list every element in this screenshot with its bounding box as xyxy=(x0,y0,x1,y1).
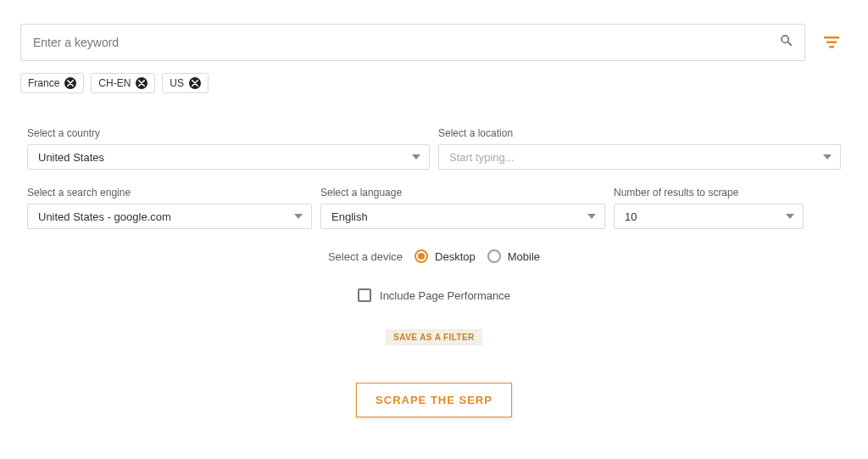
location-placeholder: Start typing... xyxy=(449,151,515,164)
language-select[interactable]: English xyxy=(320,204,605,229)
chevron-down-icon xyxy=(823,154,832,160)
chip-us[interactable]: US xyxy=(162,73,209,93)
close-icon[interactable] xyxy=(136,77,147,89)
engine-select[interactable]: United States - google.com xyxy=(27,204,312,229)
filter-icon[interactable] xyxy=(824,36,839,48)
filter-chips-row: France CH-EN US xyxy=(20,61,848,93)
language-value: English xyxy=(331,210,368,223)
device-radio-desktop[interactable]: Desktop xyxy=(415,249,476,263)
keyword-input[interactable] xyxy=(31,35,779,50)
include-performance-label: Include Page Performance xyxy=(380,289,510,302)
language-label: Select a language xyxy=(320,187,605,199)
location-label: Select a location xyxy=(438,127,841,139)
engine-value: United States - google.com xyxy=(38,210,171,223)
svg-rect-2 xyxy=(829,46,834,48)
chevron-down-icon xyxy=(786,214,794,219)
chip-label: CH-EN xyxy=(98,77,131,89)
results-select[interactable]: 10 xyxy=(614,204,804,229)
results-value: 10 xyxy=(625,210,637,223)
include-performance-checkbox[interactable]: Include Page Performance xyxy=(20,263,848,302)
chip-label: US xyxy=(170,77,184,89)
chip-france[interactable]: France xyxy=(20,73,84,93)
close-icon[interactable] xyxy=(189,77,201,89)
chevron-down-icon xyxy=(587,214,596,219)
radio-icon xyxy=(487,249,501,263)
chevron-down-icon xyxy=(294,214,303,219)
radio-label: Mobile xyxy=(508,250,540,263)
chip-ch-en[interactable]: CH-EN xyxy=(91,73,155,93)
chevron-down-icon xyxy=(412,154,420,160)
close-icon[interactable] xyxy=(64,77,76,89)
country-value: United States xyxy=(38,151,104,164)
svg-rect-0 xyxy=(824,36,839,39)
scrape-serp-button[interactable]: Scrape the SERP xyxy=(356,383,512,417)
country-label: Select a country xyxy=(27,127,430,139)
save-as-filter-button[interactable]: Save as a Filter xyxy=(386,329,481,345)
radio-label: Desktop xyxy=(435,250,476,263)
radio-icon-selected xyxy=(415,249,428,263)
location-select[interactable]: Start typing... xyxy=(438,144,841,170)
engine-label: Select a search engine xyxy=(27,187,312,199)
results-label: Number of results to scrape xyxy=(614,187,804,199)
device-label: Select a device xyxy=(328,250,403,263)
search-icon[interactable] xyxy=(779,33,794,52)
checkbox-icon xyxy=(358,288,371,302)
device-radio-mobile[interactable]: Mobile xyxy=(487,249,540,263)
country-select[interactable]: United States xyxy=(27,144,430,170)
chip-label: France xyxy=(28,77,59,89)
svg-rect-1 xyxy=(826,42,837,44)
keyword-search[interactable] xyxy=(20,24,805,61)
